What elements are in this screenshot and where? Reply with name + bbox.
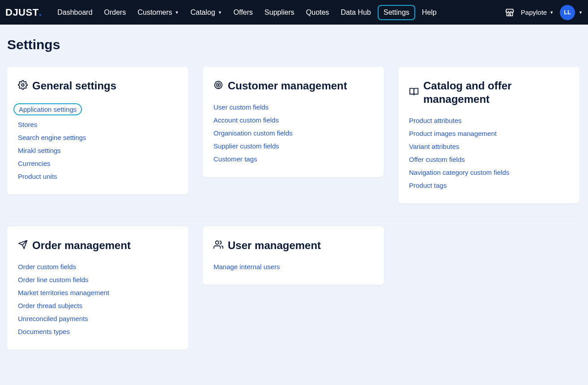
nav-item-label: Catalog <box>191 8 215 17</box>
setting-link-user-custom-fields[interactable]: User custom fields <box>213 103 268 111</box>
nav-item-label: Quotes <box>306 8 329 17</box>
top-nav: DJUST. DashboardOrdersCustomers▼Catalog▼… <box>0 0 588 25</box>
card-general-settings: General settings Application settingsSto… <box>7 67 188 195</box>
card-title: Customer management <box>228 79 347 93</box>
link-list-usermgmt: Manage internal users <box>213 263 373 271</box>
setting-link-variant-attributes[interactable]: Variant attributes <box>409 143 459 150</box>
setting-link-order-custom-fields[interactable]: Order custom fields <box>18 263 76 271</box>
brand-logo: DJUST. <box>5 7 42 18</box>
setting-link-offer-custom-fields[interactable]: Offer custom fields <box>409 156 465 163</box>
book-icon <box>409 87 419 98</box>
link-list-catalog: Product attributesProduct images managem… <box>409 117 569 189</box>
users-icon <box>213 240 223 251</box>
card-header: General settings <box>18 79 178 93</box>
setting-link-mirakl-settings[interactable]: Mirakl settings <box>18 147 61 154</box>
setting-link-product-units[interactable]: Product units <box>18 173 57 180</box>
card-header: Catalog and offer management <box>409 79 569 106</box>
page-body: Settings General settings Application se… <box>0 25 588 369</box>
setting-link-documents-types[interactable]: Documents types <box>18 328 70 335</box>
card-catalog-management: Catalog and offer management Product att… <box>398 67 579 203</box>
nav-item-label: Suppliers <box>264 8 294 17</box>
nav-item-catalog[interactable]: Catalog▼ <box>186 6 227 19</box>
setting-link-currencies[interactable]: Currencies <box>18 160 51 167</box>
chevron-down-icon: ▼ <box>579 10 583 15</box>
svg-point-0 <box>21 84 24 86</box>
nav-right: Papylote ▼ LL ▼ <box>505 5 583 20</box>
nav-item-label: Offers <box>234 8 253 17</box>
nav-item-suppliers[interactable]: Suppliers <box>260 6 299 19</box>
nav-items: DashboardOrdersCustomers▼Catalog▼OffersS… <box>52 5 505 20</box>
card-title: Order management <box>32 239 131 252</box>
card-header: Order management <box>18 239 178 252</box>
card-header: Customer management <box>213 79 373 93</box>
setting-link-unreconciled-payments[interactable]: Unreconciled payments <box>18 315 88 322</box>
setting-link-organisation-custom-fields[interactable]: Organisation custom fields <box>213 129 293 137</box>
nav-item-quotes[interactable]: Quotes <box>301 6 334 19</box>
nav-item-data-hub[interactable]: Data Hub <box>336 6 376 19</box>
nav-item-label: Help <box>422 8 437 17</box>
chevron-down-icon: ▼ <box>218 10 222 15</box>
org-selector[interactable]: Papylote ▼ <box>521 8 554 16</box>
nav-item-label: Customers <box>137 8 172 17</box>
card-header: User management <box>213 239 373 252</box>
setting-link-stores[interactable]: Stores <box>18 121 37 128</box>
setting-link-market-territories-management[interactable]: Market territories management <box>18 289 109 296</box>
nav-item-orders[interactable]: Orders <box>99 6 131 19</box>
brand-text: DJUST <box>5 7 39 18</box>
brand-dot: . <box>39 7 42 18</box>
link-list-order: Order custom fieldsOrder line custom fie… <box>18 263 178 335</box>
svg-point-2 <box>216 83 220 87</box>
card-title: User management <box>228 239 321 252</box>
section-divider <box>7 216 581 216</box>
nav-item-label: Dashboard <box>57 8 92 17</box>
card-row-1: General settings Application settingsSto… <box>7 67 581 203</box>
card-order-management: Order management Order custom fieldsOrde… <box>7 226 188 350</box>
nav-item-label: Settings <box>383 8 409 17</box>
setting-link-product-tags[interactable]: Product tags <box>409 182 447 189</box>
link-list-general: Application settingsStoresSearch engine … <box>18 103 178 180</box>
card-user-management: User management Manage internal users <box>203 226 384 285</box>
send-icon <box>18 240 28 251</box>
nav-item-settings[interactable]: Settings <box>378 5 415 20</box>
user-menu[interactable]: LL ▼ <box>560 5 583 20</box>
card-row-2: Order management Order custom fieldsOrde… <box>7 226 581 350</box>
card-title: Catalog and offer management <box>423 79 569 106</box>
chevron-down-icon: ▼ <box>175 10 179 15</box>
setting-link-search-engine-settings[interactable]: Search engine settings <box>18 134 86 141</box>
nav-item-label: Orders <box>104 8 126 17</box>
nav-item-label: Data Hub <box>341 8 371 17</box>
setting-link-manage-internal-users[interactable]: Manage internal users <box>213 263 280 271</box>
setting-link-product-images-management[interactable]: Product images management <box>409 130 497 137</box>
avatar-initials: LL <box>564 9 571 16</box>
page-title: Settings <box>7 37 581 52</box>
setting-link-customer-tags[interactable]: Customer tags <box>213 155 257 163</box>
setting-link-account-custom-fields[interactable]: Account custom fields <box>213 116 279 124</box>
setting-link-supplier-custom-fields[interactable]: Supplier custom fields <box>213 142 279 150</box>
setting-link-order-line-custom-fields[interactable]: Order line custom fields <box>18 276 89 283</box>
nav-item-offers[interactable]: Offers <box>229 6 258 19</box>
setting-link-application-settings[interactable]: Application settings <box>13 103 82 115</box>
org-name: Papylote <box>521 8 547 16</box>
store-icon[interactable] <box>505 8 515 17</box>
setting-link-navigation-category-custom-fields[interactable]: Navigation category custom fields <box>409 169 509 176</box>
svg-point-3 <box>218 85 219 86</box>
svg-point-1 <box>215 81 222 89</box>
svg-point-6 <box>216 241 219 244</box>
link-list-customer: User custom fieldsAccount custom fieldsO… <box>213 103 373 163</box>
target-icon <box>213 80 223 92</box>
nav-item-help[interactable]: Help <box>417 6 442 19</box>
nav-item-dashboard[interactable]: Dashboard <box>52 6 97 19</box>
avatar: LL <box>560 5 575 20</box>
chevron-down-icon: ▼ <box>550 10 554 15</box>
gear-icon <box>18 80 28 92</box>
setting-link-product-attributes[interactable]: Product attributes <box>409 117 462 124</box>
card-title: General settings <box>32 79 116 93</box>
setting-link-order-thread-subjects[interactable]: Order thread subjects <box>18 302 82 309</box>
nav-item-customers[interactable]: Customers▼ <box>132 6 183 19</box>
card-customer-management: Customer management User custom fieldsAc… <box>203 67 384 177</box>
